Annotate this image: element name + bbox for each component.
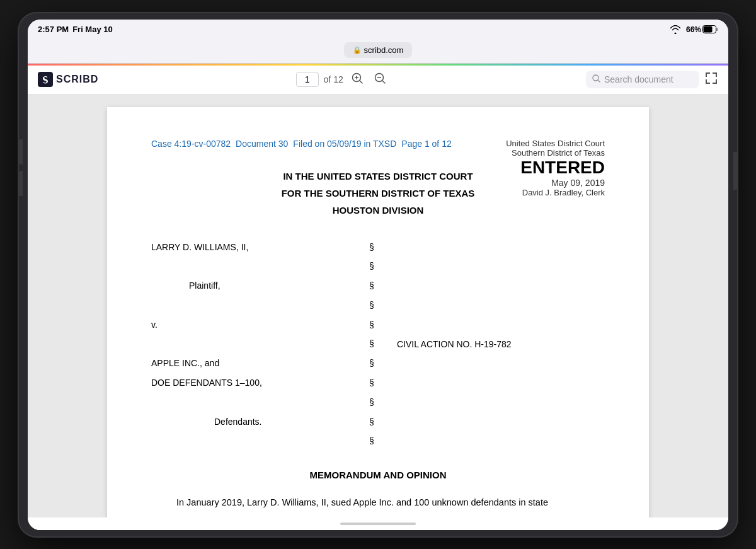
status-right: 66% [670, 25, 718, 34]
date-display: Fri May 10 [72, 25, 113, 34]
time-display: 2:57 PM [38, 25, 69, 34]
power-button[interactable] [733, 152, 737, 190]
svg-rect-1 [704, 26, 713, 33]
court-name: United States District Court [506, 139, 605, 148]
case-number: Case 4:19-cv-00782 [151, 139, 231, 149]
url-text: scribd.com [364, 45, 404, 55]
search-placeholder-text: Search document [604, 74, 673, 84]
toolbar-logo-area: SCRIBD [38, 72, 98, 87]
defendant1: APPLE INC., and [151, 354, 359, 373]
svg-line-6 [360, 81, 362, 83]
section-symbols: § § § § § § § § § § § [359, 238, 384, 451]
page-number-input[interactable] [296, 72, 319, 87]
plaintiff-name: LARRY D. WILLIAMS, II, [151, 238, 359, 257]
defendants-label: Defendants. [151, 412, 359, 432]
svg-rect-15 [716, 72, 717, 77]
page-total-label: of 12 [324, 74, 343, 84]
document-page: Case 4:19-cv-00782 Document 30 Filed on … [107, 107, 649, 517]
search-svg [592, 74, 600, 83]
ipad-frame: 2:57 PM Fri May 10 66% [19, 13, 737, 536]
plaintiff-label: Plaintiff, [151, 276, 359, 296]
svg-rect-17 [706, 79, 707, 84]
memo-title: MEMORANDUM AND OPINION [151, 470, 605, 480]
zoom-out-button[interactable] [371, 71, 389, 89]
battery-icon: 66% [686, 25, 718, 34]
volume-up-button[interactable] [19, 139, 23, 165]
entered-label: ENTERED [506, 158, 605, 178]
scribd-wordmark: SCRIBD [56, 74, 98, 85]
svg-rect-19 [716, 79, 717, 84]
home-bar [340, 523, 416, 525]
battery-shape [702, 25, 718, 33]
scribd-logo[interactable]: SCRIBD [38, 72, 98, 87]
svg-rect-13 [706, 72, 707, 77]
document-area: Case 4:19-cv-00782 Document 30 Filed on … [28, 95, 728, 517]
versus-label: v. [151, 315, 359, 335]
filed-date: Filed on 05/09/19 in TXSD [293, 139, 396, 149]
clerk-name: David J. Bradley, Clerk [506, 188, 605, 197]
case-right: CIVIL ACTION NO. H-19-782 [384, 238, 605, 451]
svg-line-9 [382, 81, 385, 83]
search-box[interactable]: Search document [586, 71, 699, 88]
search-icon [592, 74, 600, 84]
district-name: Southern District of Texas [506, 148, 605, 158]
document-number: Document 30 [236, 139, 288, 149]
toolbar: SCRIBD of 12 [28, 66, 728, 95]
expand-svg [704, 71, 718, 85]
address-bar: 🔒 scribd.com [28, 40, 728, 64]
url-pill[interactable]: 🔒 scribd.com [344, 42, 413, 58]
defendant2: DOE DEFENDANTS 1–100, [151, 373, 359, 393]
scribd-s-icon [38, 72, 53, 87]
memo-para1: In January 2019, Larry D. Williams, II, … [151, 493, 605, 513]
volume-down-button[interactable] [19, 171, 23, 196]
toolbar-pagination: of 12 [296, 71, 389, 89]
home-indicator [28, 517, 728, 530]
lock-icon: 🔒 [353, 46, 362, 54]
zoom-in-icon [351, 72, 364, 84]
wifi-icon [670, 25, 681, 34]
title-line3: HOUSTON DIVISION [151, 202, 605, 219]
zoom-in-button[interactable] [348, 71, 366, 89]
entered-date: May 09, 2019 [506, 178, 605, 188]
status-bar: 2:57 PM Fri May 10 66% [28, 20, 728, 40]
zoom-out-icon [374, 72, 386, 84]
toolbar-right: Search document [586, 71, 718, 88]
case-parties-left: LARRY D. WILLIAMS, II, Plaintiff, v. APP… [151, 238, 359, 451]
status-left: 2:57 PM Fri May 10 [38, 25, 113, 34]
memo-body: In January 2019, Larry D. Williams, II, … [151, 493, 605, 517]
svg-rect-2 [716, 28, 718, 31]
scribd-s-svg [41, 75, 50, 84]
civil-action-number: CIVIL ACTION NO. H-19-782 [397, 339, 512, 349]
svg-line-11 [598, 80, 600, 82]
entered-stamp: United States District Court Southern Di… [506, 139, 605, 197]
case-parties: LARRY D. WILLIAMS, II, Plaintiff, v. APP… [151, 238, 605, 451]
ipad-screen: 2:57 PM Fri May 10 66% [28, 20, 728, 530]
battery-percentage: 66% [686, 25, 701, 34]
expand-icon[interactable] [704, 71, 718, 88]
page-info: Page 1 of 12 [401, 139, 451, 149]
